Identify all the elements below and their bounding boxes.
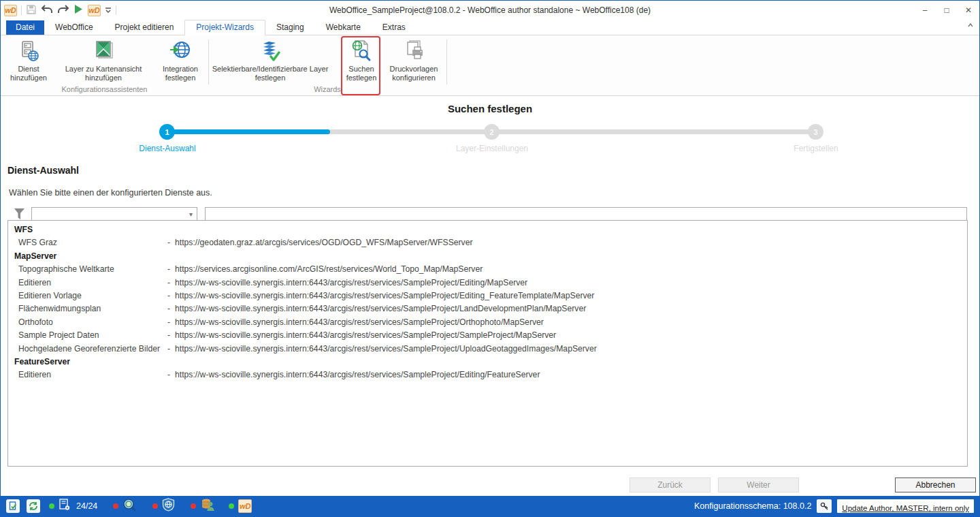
tab-staging[interactable]: Staging bbox=[265, 20, 315, 35]
selectable-layers-icon bbox=[258, 39, 282, 63]
title-bar: wD wD WebOffice_SampleProject@108.0.2 - … bbox=[1, 1, 979, 20]
collapse-ribbon-icon[interactable] bbox=[967, 22, 974, 29]
step-2-circle: 2 bbox=[484, 124, 500, 140]
service-row[interactable]: Editieren Vorlage - https://w-ws-sciovil… bbox=[8, 289, 967, 302]
step-2-label: Layer-Einstellungen bbox=[431, 144, 553, 153]
dienst-hinzufuegen-button[interactable]: Dienst hinzufügen bbox=[5, 39, 52, 82]
divider bbox=[116, 5, 116, 15]
save-icon[interactable] bbox=[26, 4, 37, 17]
tab-extras[interactable]: Extras bbox=[372, 20, 416, 35]
progress-fill bbox=[167, 129, 330, 134]
wizard-title: Suchen festlegen bbox=[1, 103, 979, 114]
print-templates-icon bbox=[402, 39, 425, 63]
service-row[interactable]: Editieren - https://w-ws-scioville.syner… bbox=[8, 369, 967, 381]
status-bar: 24/24 wD Konfigurationsschema: 108.0.2 bbox=[1, 496, 979, 516]
status-bar-right: Konfigurationsschema: 108.0.2 Update Aut… bbox=[694, 499, 974, 513]
database-user-icon[interactable] bbox=[200, 498, 215, 514]
section-heading: Dienst-Auswahl bbox=[7, 165, 979, 176]
minimize-button[interactable]: – bbox=[914, 1, 936, 20]
tab-webkarte[interactable]: Webkarte bbox=[315, 20, 372, 35]
instruction-text: Wählen Sie bitte einen der konfigurierte… bbox=[9, 188, 979, 198]
redo-icon[interactable] bbox=[57, 4, 69, 16]
maximize-button[interactable]: □ bbox=[936, 1, 958, 20]
step-3-label: Fertigstellen bbox=[755, 144, 877, 153]
tab-projekt-editieren[interactable]: Projekt editieren bbox=[104, 20, 185, 35]
service-status-dot bbox=[49, 503, 54, 509]
weboffice-publish-icon[interactable]: wD bbox=[88, 5, 101, 16]
ribbon-group-separator bbox=[208, 40, 209, 84]
run-icon[interactable] bbox=[74, 4, 84, 16]
service-row[interactable]: WFS Graz - https://geodaten.graz.at/arcg… bbox=[8, 236, 967, 249]
service-row[interactable]: Sample Project Daten - https://w-ws-scio… bbox=[8, 329, 967, 342]
service-row[interactable]: Editieren - https://w-ws-scioville.syner… bbox=[8, 277, 967, 289]
customize-qat-chevron-icon[interactable] bbox=[105, 5, 112, 16]
step-1-circle: 1 bbox=[159, 124, 175, 140]
undo-icon[interactable] bbox=[41, 4, 53, 16]
integration-festlegen-button[interactable]: Integration festlegen bbox=[154, 39, 206, 82]
suchen-festlegen-button[interactable]: Suchen festlegen bbox=[343, 39, 380, 82]
selektierbare-layer-button[interactable]: Selektierbare/Identifizierbare Layer fes… bbox=[210, 39, 330, 82]
configuration-schema-label: Konfigurationsschema: 108.0.2 bbox=[694, 501, 811, 511]
service-monitor-icon[interactable] bbox=[59, 499, 71, 514]
sync-icon[interactable] bbox=[27, 499, 40, 513]
weboffice-logo-icon[interactable]: wD bbox=[4, 5, 17, 16]
search-service-icon[interactable] bbox=[122, 498, 136, 514]
ribbon-group-separator bbox=[446, 40, 447, 84]
service-counter: 24/24 bbox=[76, 501, 97, 511]
back-button[interactable]: Zurück bbox=[630, 477, 710, 492]
ribbon: Dienst hinzufügen Layer zu Kartenansicht… bbox=[1, 35, 979, 96]
service-row[interactable]: Flächenwidmungsplan - https://w-ws-sciov… bbox=[8, 302, 967, 315]
service-row[interactable]: Hochgeladene Georeferenzierte Bilder - h… bbox=[8, 343, 967, 356]
cancel-button[interactable]: Abbrechen bbox=[895, 477, 976, 492]
service-row[interactable]: Orthofoto - https://w-ws-scioville.syner… bbox=[8, 316, 967, 329]
step-3-circle: 3 bbox=[808, 124, 823, 140]
druckvorlagen-button[interactable]: Druckvorlagen konfigurieren bbox=[382, 39, 446, 82]
group-label-konfigurationsassistenten: Konfigurationsassistenten bbox=[1, 85, 208, 93]
weboffice-status-dot bbox=[229, 503, 234, 509]
ribbon-tab-bar: Datei WebOffice Projekt editieren Projek… bbox=[1, 20, 979, 35]
divider bbox=[21, 5, 22, 15]
step-1-label: Dienst-Auswahl bbox=[106, 144, 229, 153]
add-layer-to-map-icon bbox=[92, 39, 115, 63]
shield-globe-icon[interactable] bbox=[162, 498, 175, 514]
search-status-dot bbox=[113, 503, 118, 509]
service-group-header: FeatureServer bbox=[8, 356, 967, 369]
tab-datei[interactable]: Datei bbox=[6, 20, 44, 35]
chevron-down-icon: ▾ bbox=[189, 210, 193, 218]
portal-status-dot bbox=[152, 503, 158, 509]
database-status-dot bbox=[191, 503, 196, 509]
quick-access-toolbar: wD wD bbox=[1, 1, 116, 20]
license-key-button[interactable] bbox=[817, 499, 832, 513]
layer-zu-kartenansicht-button[interactable]: Layer zu Kartenansicht hinzufügen bbox=[55, 39, 152, 82]
group-label-wizards: Wizards bbox=[208, 85, 446, 93]
service-row[interactable]: Topographische Weltkarte - https://servi… bbox=[8, 263, 967, 276]
tab-weboffice[interactable]: WebOffice bbox=[44, 20, 104, 35]
tab-projekt-wizards[interactable]: Projekt-Wizards bbox=[184, 20, 265, 35]
integration-globe-icon bbox=[169, 39, 192, 63]
update-channel-button[interactable]: Update Author, MASTER, intern only bbox=[837, 499, 974, 513]
window-controls: – □ ✕ bbox=[914, 1, 979, 20]
next-button[interactable]: Weiter bbox=[718, 477, 799, 492]
wizard-progress: 1 2 3 Dienst-Auswahl Layer-Einstellungen… bbox=[1, 117, 979, 159]
define-searches-icon bbox=[350, 39, 373, 63]
add-service-icon bbox=[17, 39, 40, 63]
close-button[interactable]: ✕ bbox=[958, 1, 979, 20]
window-title: WebOffice_SampleProject@108.0.2 - WebOff… bbox=[1, 5, 979, 15]
project-check-icon[interactable] bbox=[6, 499, 20, 513]
service-group-header: WFS bbox=[8, 223, 967, 236]
service-group-header: MapServer bbox=[8, 250, 967, 263]
service-list: WFS WFS Graz - https://geodaten.graz.at/… bbox=[7, 220, 968, 467]
weboffice-status-icon[interactable]: wD bbox=[238, 499, 252, 513]
app-window: wD wD WebOffice_SampleProject@108.0.2 - … bbox=[0, 0, 980, 517]
